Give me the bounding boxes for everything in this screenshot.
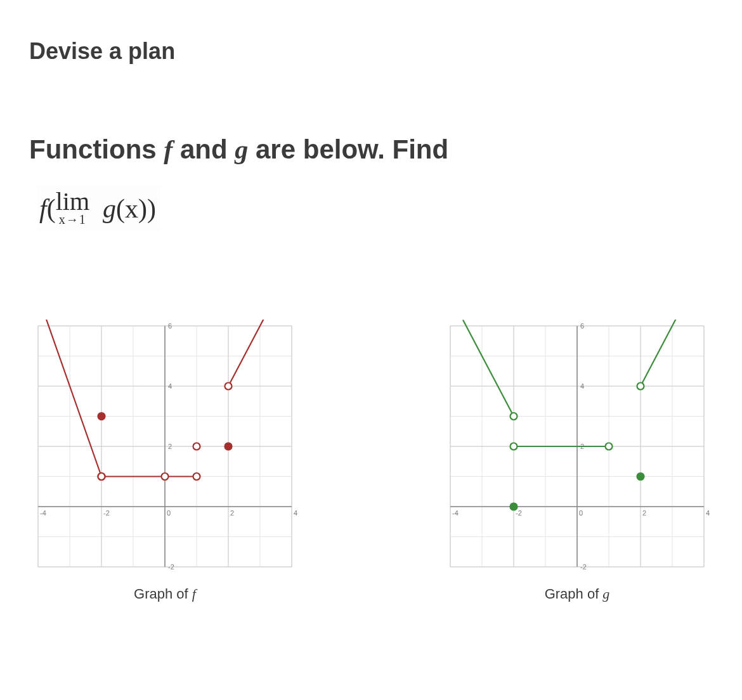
svg-point-99 [637,473,644,480]
svg-text:0: 0 [579,509,583,517]
svg-text:2: 2 [168,443,172,450]
svg-line-40 [44,320,101,477]
chart-g-block: -4-2024-2246 Graph of g [444,320,710,602]
svg-line-45 [228,320,266,386]
svg-point-49 [98,413,105,420]
svg-text:-2: -2 [580,563,587,571]
svg-text:2: 2 [230,509,234,517]
limit-open-paren: ( [47,194,56,223]
svg-text:6: 6 [168,322,172,330]
svg-point-98 [511,503,517,510]
limit-approach: x→1 [56,213,89,226]
svg-text:4: 4 [580,382,584,390]
chart-f-caption-prefix: Graph of [134,586,192,602]
svg-point-92 [511,413,517,420]
prompt-fn-g: g [235,135,248,164]
svg-point-43 [98,473,105,480]
svg-text:4: 4 [168,382,172,390]
prompt-text: Functions [29,134,164,164]
limit-lim: lim [56,189,89,214]
svg-line-91 [463,320,514,417]
chart-f-caption: Graph of f [134,586,196,602]
chart-g: -4-2024-2246 [444,320,710,573]
prompt-fn-f: f [164,135,172,164]
svg-point-97 [637,383,644,390]
svg-text:4: 4 [294,509,297,517]
svg-text:-2: -2 [168,563,174,571]
chart-f-caption-fn: f [192,586,196,602]
limit-of-x: (x) [116,194,147,223]
svg-point-94 [511,443,517,450]
section-heading: Devise a plan [29,38,713,65]
svg-text:2: 2 [642,509,646,517]
prompt-text: and [172,134,235,164]
limit-close-paren: ) [147,194,156,223]
limit-outer-f: f [39,194,47,223]
svg-text:-4: -4 [40,509,46,517]
svg-text:-2: -2 [103,509,110,517]
svg-point-48 [193,443,200,450]
svg-point-95 [606,443,613,450]
svg-point-50 [225,443,232,450]
limit-operator: lim x→1 [56,189,89,226]
chart-g-caption: Graph of g [545,586,610,602]
svg-point-44 [193,473,200,480]
svg-point-46 [225,383,232,390]
chart-f-block: -4-2024-2246 Graph of f [32,320,298,602]
chart-f: -4-2024-2246 [32,320,298,573]
svg-point-47 [162,473,169,480]
problem-prompt: Functions f and g are below. Find [29,134,713,165]
chart-g-caption-fn: g [602,586,609,602]
svg-text:4: 4 [706,509,710,517]
svg-text:6: 6 [580,322,584,330]
svg-line-96 [641,320,679,386]
limit-expression: f( lim x→1 g(x)) [38,186,160,231]
limit-inner-g: g [103,194,116,223]
prompt-text: are below. Find [248,134,448,164]
svg-text:-4: -4 [452,509,459,517]
svg-text:-2: -2 [516,509,522,517]
svg-text:0: 0 [167,509,171,517]
chart-g-caption-prefix: Graph of [545,586,603,602]
